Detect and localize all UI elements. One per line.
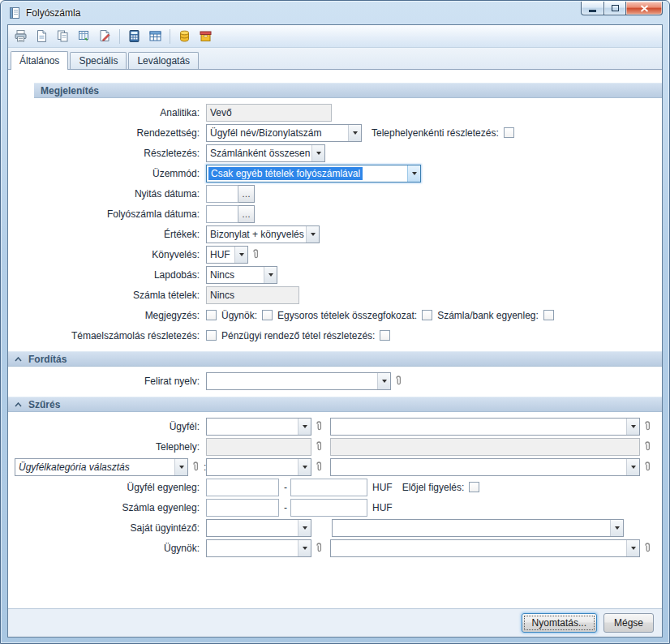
maximize-button[interactable] [604,2,626,15]
lapdobas-label: Lapdobás: [15,269,206,281]
penzugyi-label: Pénzügyi rendező tétel részletezés: [221,330,375,341]
close-button[interactable] [626,2,663,15]
calculator-icon[interactable] [125,27,144,45]
ugyfelkategoria-combo[interactable]: Ügyfélkategória választás [15,458,188,476]
tab-altalanos[interactable]: Általános [11,51,68,70]
chevron-up-icon [15,402,22,407]
paperclip-icon[interactable] [642,461,652,473]
minimize-button[interactable] [581,2,604,15]
row-analitika: Analitika: Vevő [8,103,662,122]
paperclip-icon[interactable] [314,461,324,473]
ugyfelkategoria-value-combo-wide[interactable] [330,458,640,476]
konyveles-combo[interactable]: HUF [206,246,248,264]
szamla-bank-checkbox[interactable] [543,310,554,320]
temaelszamolas-label: Témaelszámolás részletezés: [15,330,206,341]
sajat-ugyintezo-combo[interactable] [206,519,311,537]
print-button[interactable]: Nyomtatás... [522,613,597,633]
telephelyenkenti-label: Telephelyenkénti részletezés: [372,127,499,139]
chevron-down-icon [298,459,311,475]
print-icon[interactable] [11,27,30,45]
szamla-tetelek-input[interactable]: Nincs [206,286,299,304]
titlebar[interactable]: Folyószámla [1,1,669,24]
row-ertekek: Értékek: Bizonylat + könyvelés [8,225,662,243]
telephely-input[interactable] [206,438,311,456]
chevron-down-icon [610,520,623,536]
szamla-egyenleg-label: Számla egyenleg: [15,502,206,513]
paperclip-icon[interactable] [314,542,324,554]
telephely-input-wide[interactable] [330,438,640,456]
megjegyzes-checkbox[interactable] [206,310,217,320]
ertekek-combo[interactable]: Bizonylat + könyvelés [206,225,320,243]
ugynok-checkbox[interactable] [262,310,273,320]
reszletezes-combo[interactable]: Számlánként összesen [206,144,325,162]
sajat-ugyintezo-combo-wide[interactable] [332,519,624,537]
rendezettseg-combo[interactable]: Ügyfél név/Bizonylatszám [206,124,362,142]
dialog-window: Folyószámla [0,0,670,644]
paperclip-icon[interactable] [642,420,652,432]
toolbar-separator [119,29,120,44]
nyitas-datuma-picker-button[interactable]: … [238,185,255,203]
telephelyenkenti-checkbox[interactable] [504,127,514,138]
ugyfel-combo-wide[interactable] [330,418,640,436]
window-controls [581,2,663,15]
row-szamla-tetelek: Számla tételek: Nincs [8,286,662,304]
save-icon[interactable] [32,27,51,45]
chevron-down-icon [348,125,361,141]
archive-icon[interactable] [196,27,215,45]
edit-icon[interactable] [96,27,114,45]
ugynok-cb-label: Ügynök: [221,310,257,321]
elojel-checkbox[interactable] [469,482,479,492]
database-icon[interactable] [175,27,194,45]
elojel-label: Előjel figyelés: [402,482,465,493]
ugynok-combo[interactable] [206,539,311,557]
row-megjegyzes: Megjegyzés: Ügynök: Egysoros tételek öss… [8,306,662,324]
penzugyi-checkbox[interactable] [380,330,390,341]
folyoszamla-datuma-picker-button[interactable]: … [238,205,255,223]
nyitas-datuma-label: Nyitás dátuma: [15,188,206,200]
ugyfel-combo[interactable] [206,418,311,436]
szamla-egyenleg-min-input[interactable] [206,499,279,517]
analitika-input[interactable]: Vevő [206,104,332,122]
temaelszamolas-checkbox[interactable] [206,330,217,341]
szamla-egyenleg-max-input[interactable] [290,499,367,517]
row-folyoszamla-datuma: Folyószámla dátuma: … [8,204,662,223]
paperclip-icon[interactable] [314,440,324,453]
tab-levalogatas[interactable]: Leválogatás [128,52,199,69]
felirat-nyelv-combo[interactable] [206,372,391,390]
copy-icon[interactable] [54,27,72,45]
paperclip-icon[interactable] [642,542,652,554]
egysoros-checkbox[interactable] [422,310,432,320]
folyoszamla-datuma-input[interactable] [206,205,238,223]
tab-specialis[interactable]: Speciális [70,52,127,69]
uzemmod-combo[interactable]: Csak egyéb tételek folyószámlával [206,165,421,182]
row-ugynok: Ügynök: [8,539,662,557]
row-lapdobas: Lapdobás: Nincs [8,265,662,284]
paperclip-icon[interactable] [314,420,324,432]
paperclip-icon[interactable] [251,248,260,260]
row-ugyfelkategoria: Ügyfélkategória választás : [8,457,662,476]
felirat-nyelv-label: Felirat nyelv: [15,376,206,387]
paperclip-icon[interactable] [642,440,652,453]
cancel-button[interactable]: Mégse [603,613,654,633]
paperclip-icon[interactable] [191,461,200,473]
section-header-megjelenites: Megjelenítés [34,83,662,98]
tabstrip: Általános Speciális Leválogatás [8,48,662,70]
section-header-szures[interactable]: Szűrés [8,397,662,412]
table-icon[interactable] [146,27,165,45]
row-ugyfel-egyenleg: Ügyfél egyenleg: - HUF Előjel figyelés: [8,478,662,496]
ugynok-combo-wide[interactable] [330,539,640,557]
nyitas-datuma-input[interactable] [206,185,238,203]
chevron-down-icon [407,165,420,182]
reszletezes-label: Részletezés: [15,148,206,159]
client-area: Általános Speciális Leválogatás Megjelen… [7,24,663,638]
paperclip-icon[interactable] [393,375,403,387]
section-header-forditas[interactable]: Fordítás [8,351,662,367]
row-felirat-nyelv: Felirat nyelv: [8,371,662,390]
ugyfel-egyenleg-max-input[interactable] [290,479,367,496]
ugyfel-egyenleg-min-input[interactable] [206,479,279,496]
lapdobas-combo[interactable]: Nincs [206,266,277,284]
selected-value: Csak egyéb tételek folyószámlával [208,167,363,180]
chevron-down-icon [311,145,324,161]
export-icon[interactable] [75,27,93,45]
ugyfelkategoria-value-combo[interactable] [206,458,311,476]
